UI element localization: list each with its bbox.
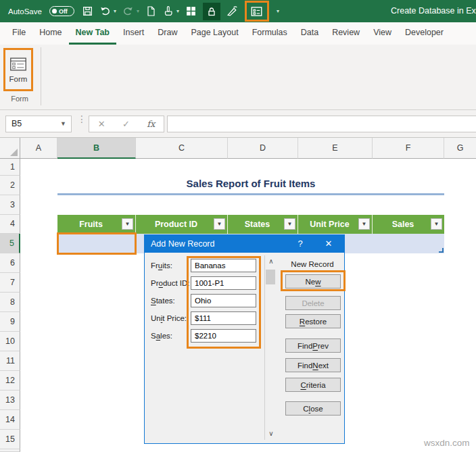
dialog-close-icon[interactable]: ✕ [318, 235, 339, 253]
filter-dropdown-icon[interactable]: ▼ [358, 218, 370, 230]
lock-icon[interactable] [203, 3, 220, 20]
formula-bar-grip[interactable]: ⋮ [77, 114, 87, 124]
table-header-product-id-label: Product ID [155, 220, 197, 229]
row-header-3[interactable]: 3 [0, 195, 20, 215]
record-status-label: New Record [275, 260, 350, 268]
table-header-unit-price: Unit Price ▼ [298, 215, 373, 234]
row-header-5[interactable]: 5 [0, 234, 20, 253]
table-header-product-id: Product ID ▼ [136, 215, 228, 234]
field-label-sales: Sales: [151, 329, 172, 343]
more-commands-icon[interactable]: ▾ [277, 8, 279, 14]
row-header-11[interactable]: 11 [0, 351, 20, 371]
formula-input[interactable] [167, 116, 476, 132]
table-header-fruits-label: Fruits [79, 220, 103, 229]
table-resize-handle[interactable] [439, 248, 444, 253]
row-header-8[interactable]: 8 [0, 293, 20, 312]
tab-review[interactable]: Review [325, 22, 366, 45]
column-header-a[interactable]: A [20, 138, 57, 159]
tab-insert[interactable]: Insert [116, 22, 151, 45]
redo-icon[interactable] [122, 3, 134, 20]
name-box-value: B5 [11, 119, 22, 128]
scroll-down-icon[interactable]: ∨ [266, 428, 277, 438]
form-icon[interactable] [250, 3, 263, 20]
dialog-help-button[interactable]: ? [291, 235, 309, 253]
touch-mode-icon[interactable] [162, 3, 174, 20]
dialog-title-bar[interactable]: Add New Record [145, 235, 344, 253]
form-button[interactable]: Form [6, 51, 30, 89]
autosave-state: Off [59, 8, 68, 15]
field-label-states: States: [151, 294, 175, 307]
tab-new-tab[interactable]: New Tab [69, 22, 116, 45]
row-header-4[interactable]: 4 [0, 215, 20, 234]
add-new-record-dialog: Add New Record ? ✕ Fruits: Product ID: S… [144, 234, 345, 444]
tab-home[interactable]: Home [32, 22, 68, 45]
grid-icon[interactable] [185, 3, 197, 20]
tab-formulas[interactable]: Formulas [245, 22, 294, 45]
name-box[interactable]: B5 ▼ [5, 116, 72, 132]
column-header-g[interactable]: G [444, 138, 476, 159]
tab-view[interactable]: View [366, 22, 398, 45]
tab-data[interactable]: Data [294, 22, 325, 45]
find-prev-button[interactable]: Find Prev [285, 338, 341, 353]
table-header-row: Fruits ▼ Product ID ▼ States ▼ Unit Pric… [57, 215, 444, 234]
row-header-14[interactable]: 14 [0, 410, 20, 430]
row-header-15[interactable]: 15 [0, 430, 20, 449]
row-header-12[interactable]: 12 [0, 371, 20, 391]
fields-highlight-box [187, 256, 261, 349]
toggle-knob [52, 9, 57, 14]
draw-icon[interactable] [227, 3, 239, 20]
row-header-10[interactable]: 10 [0, 332, 20, 351]
title-bar: AutoSave Off ▾ ▾ ▾ [0, 0, 476, 22]
tab-draw[interactable]: Draw [151, 22, 184, 45]
new-file-icon[interactable] [145, 3, 156, 20]
excel-window: AutoSave Off ▾ ▾ ▾ [0, 0, 476, 452]
cancel-icon[interactable]: ✕ [98, 119, 105, 129]
filter-dropdown-icon[interactable]: ▼ [214, 218, 225, 230]
form-icon-highlight-box [245, 1, 269, 22]
field-label-unit-price: Unit Price: [151, 311, 187, 325]
find-next-button[interactable]: Find Next [285, 358, 341, 372]
insert-function-icon[interactable]: fx [147, 119, 155, 129]
dialog-scrollbar-thumb[interactable] [266, 270, 275, 284]
enter-icon[interactable]: ✓ [122, 119, 130, 129]
form-button-label: Form [9, 75, 28, 83]
row-header-13[interactable]: 13 [0, 391, 20, 410]
row-header-16-partial[interactable] [0, 449, 20, 452]
tab-file[interactable]: File [5, 22, 32, 45]
column-header-c[interactable]: C [136, 138, 228, 159]
dialog-scrollbar-track [264, 255, 265, 440]
row-header-6[interactable]: 6 [0, 253, 20, 273]
column-header-e[interactable]: E [298, 138, 373, 159]
restore-button[interactable]: Restore [285, 314, 341, 328]
name-box-dropdown-icon[interactable]: ▼ [60, 116, 66, 132]
redo-dropdown-icon[interactable]: ▾ [137, 8, 139, 14]
table-header-fruits: Fruits ▼ [57, 215, 136, 234]
column-headers: A B C D E F G [0, 138, 476, 159]
close-button[interactable]: Close [285, 401, 341, 416]
touch-mode-dropdown-icon[interactable]: ▾ [176, 8, 179, 14]
column-header-f[interactable]: F [373, 138, 444, 159]
field-label-fruits: Fruits: [151, 259, 172, 272]
row-header-1[interactable]: 1 [0, 159, 20, 176]
filter-dropdown-icon[interactable]: ▼ [284, 218, 295, 230]
ribbon-group-divider [41, 47, 41, 105]
filter-dropdown-icon[interactable]: ▼ [122, 218, 133, 230]
row-header-9[interactable]: 9 [0, 312, 20, 332]
tab-developer[interactable]: Developer [398, 22, 450, 45]
row-header-7[interactable]: 7 [0, 273, 20, 293]
row-header-2[interactable]: 2 [0, 176, 20, 195]
select-all-button[interactable] [0, 138, 20, 159]
table-header-states-label: States [245, 220, 270, 229]
filter-dropdown-icon[interactable]: ▼ [431, 218, 442, 230]
criteria-button[interactable]: Criteria [285, 378, 341, 392]
ribbon-group-label: Form [0, 95, 39, 103]
column-header-b[interactable]: B [57, 138, 136, 159]
column-header-d[interactable]: D [228, 138, 298, 159]
delete-button[interactable]: Delete [285, 296, 341, 310]
autosave-toggle[interactable]: Off [49, 6, 74, 16]
ribbon-content: Form Form [0, 45, 476, 110]
undo-icon[interactable] [99, 3, 111, 20]
save-icon[interactable] [82, 3, 93, 20]
undo-dropdown-icon[interactable]: ▾ [114, 8, 116, 14]
tab-page-layout[interactable]: Page Layout [184, 22, 245, 45]
